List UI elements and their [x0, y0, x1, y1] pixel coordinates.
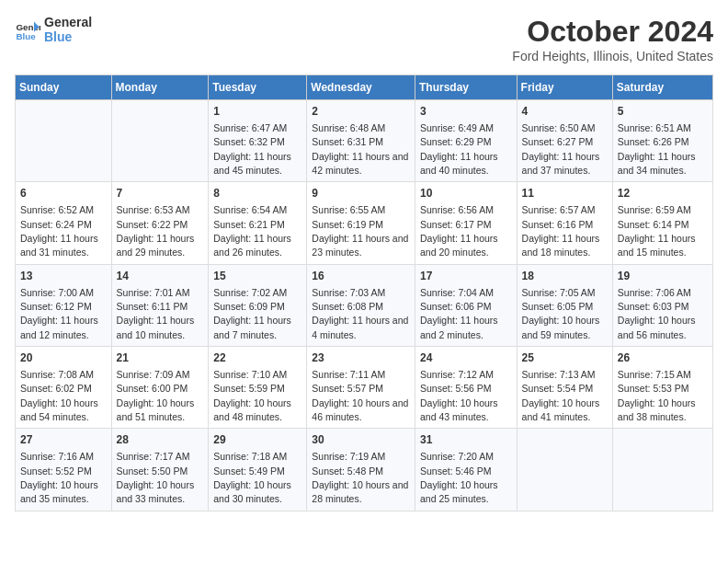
- day-number: 28: [117, 432, 204, 448]
- week-row: 20Sunrise: 7:08 AMSunset: 6:02 PMDayligh…: [16, 347, 713, 429]
- svg-text:Blue: Blue: [16, 31, 36, 41]
- day-number: 16: [312, 269, 410, 284]
- day-number: 20: [20, 350, 107, 366]
- day-number: 23: [312, 350, 410, 366]
- cell-info: Sunrise: 7:03 AMSunset: 6:08 PMDaylight:…: [312, 287, 408, 340]
- calendar-cell: [517, 429, 612, 511]
- cell-info: Sunrise: 7:08 AMSunset: 6:02 PMDaylight:…: [20, 369, 98, 422]
- day-number: 6: [20, 186, 107, 201]
- calendar-cell: 12Sunrise: 6:59 AMSunset: 6:14 PMDayligh…: [612, 182, 712, 264]
- column-header-wednesday: Wednesday: [307, 75, 415, 100]
- calendar-cell: 11Sunrise: 6:57 AMSunset: 6:16 PMDayligh…: [517, 182, 612, 264]
- cell-info: Sunrise: 7:13 AMSunset: 5:54 PMDaylight:…: [522, 369, 600, 422]
- calendar-cell: 7Sunrise: 6:53 AMSunset: 6:22 PMDaylight…: [111, 182, 209, 264]
- cell-info: Sunrise: 6:59 AMSunset: 6:14 PMDaylight:…: [618, 204, 696, 258]
- calendar-cell: [16, 100, 112, 182]
- cell-info: Sunrise: 6:50 AMSunset: 6:27 PMDaylight:…: [522, 122, 600, 176]
- cell-info: Sunrise: 7:00 AMSunset: 6:12 PMDaylight:…: [20, 287, 98, 340]
- day-number: 2: [312, 104, 410, 120]
- calendar-cell: [111, 100, 209, 182]
- logo-text: GeneralBlue: [44, 15, 92, 44]
- calendar-cell: 30Sunrise: 7:19 AMSunset: 5:48 PMDayligh…: [307, 429, 415, 511]
- logo: General Blue GeneralBlue: [15, 15, 92, 44]
- calendar-cell: 19Sunrise: 7:06 AMSunset: 6:03 PMDayligh…: [612, 264, 712, 346]
- day-number: 29: [213, 432, 301, 448]
- day-number: 27: [20, 432, 107, 448]
- calendar-cell: 9Sunrise: 6:55 AMSunset: 6:19 PMDaylight…: [307, 182, 415, 264]
- day-number: 4: [522, 104, 608, 120]
- calendar-cell: 29Sunrise: 7:18 AMSunset: 5:49 PMDayligh…: [209, 429, 307, 511]
- day-number: 15: [213, 269, 301, 284]
- cell-info: Sunrise: 7:12 AMSunset: 5:56 PMDaylight:…: [420, 369, 498, 422]
- calendar-cell: 31Sunrise: 7:20 AMSunset: 5:46 PMDayligh…: [415, 429, 517, 511]
- week-row: 6Sunrise: 6:52 AMSunset: 6:24 PMDaylight…: [16, 182, 713, 264]
- column-header-monday: Monday: [111, 75, 209, 100]
- page-header: General Blue GeneralBlue October 2024 Fo…: [15, 15, 713, 63]
- cell-info: Sunrise: 7:17 AMSunset: 5:50 PMDaylight:…: [117, 451, 195, 504]
- calendar-cell: 20Sunrise: 7:08 AMSunset: 6:02 PMDayligh…: [16, 347, 112, 429]
- day-number: 17: [420, 269, 512, 284]
- cell-info: Sunrise: 6:47 AMSunset: 6:32 PMDaylight:…: [213, 122, 291, 176]
- day-number: 8: [213, 186, 301, 201]
- calendar-cell: 24Sunrise: 7:12 AMSunset: 5:56 PMDayligh…: [415, 347, 517, 429]
- day-number: 1: [213, 104, 301, 120]
- cell-info: Sunrise: 6:57 AMSunset: 6:16 PMDaylight:…: [522, 204, 600, 258]
- cell-info: Sunrise: 6:54 AMSunset: 6:21 PMDaylight:…: [213, 204, 291, 258]
- column-header-thursday: Thursday: [415, 75, 517, 100]
- cell-info: Sunrise: 7:05 AMSunset: 6:05 PMDaylight:…: [522, 287, 600, 340]
- calendar-cell: 17Sunrise: 7:04 AMSunset: 6:06 PMDayligh…: [415, 264, 517, 346]
- header-row: SundayMondayTuesdayWednesdayThursdayFrid…: [16, 75, 713, 100]
- day-number: 10: [420, 186, 512, 201]
- day-number: 9: [312, 186, 410, 201]
- calendar-cell: 26Sunrise: 7:15 AMSunset: 5:53 PMDayligh…: [612, 347, 712, 429]
- cell-info: Sunrise: 6:52 AMSunset: 6:24 PMDaylight:…: [20, 204, 98, 258]
- day-number: 30: [312, 432, 410, 448]
- cell-info: Sunrise: 6:49 AMSunset: 6:29 PMDaylight:…: [420, 122, 498, 176]
- day-number: 24: [420, 350, 512, 366]
- calendar-cell: 21Sunrise: 7:09 AMSunset: 6:00 PMDayligh…: [111, 347, 209, 429]
- calendar-cell: [612, 429, 712, 511]
- cell-info: Sunrise: 7:09 AMSunset: 6:00 PMDaylight:…: [117, 369, 195, 422]
- cell-info: Sunrise: 6:56 AMSunset: 6:17 PMDaylight:…: [420, 204, 498, 258]
- day-number: 14: [117, 269, 204, 284]
- week-row: 13Sunrise: 7:00 AMSunset: 6:12 PMDayligh…: [16, 264, 713, 346]
- calendar-cell: 16Sunrise: 7:03 AMSunset: 6:08 PMDayligh…: [307, 264, 415, 346]
- calendar-cell: 3Sunrise: 6:49 AMSunset: 6:29 PMDaylight…: [415, 100, 517, 182]
- day-number: 13: [20, 269, 107, 284]
- calendar-cell: 27Sunrise: 7:16 AMSunset: 5:52 PMDayligh…: [16, 429, 112, 511]
- day-number: 31: [420, 432, 512, 448]
- cell-info: Sunrise: 7:06 AMSunset: 6:03 PMDaylight:…: [618, 287, 696, 340]
- cell-info: Sunrise: 7:18 AMSunset: 5:49 PMDaylight:…: [213, 451, 291, 504]
- week-row: 1Sunrise: 6:47 AMSunset: 6:32 PMDaylight…: [16, 100, 713, 182]
- cell-info: Sunrise: 7:02 AMSunset: 6:09 PMDaylight:…: [213, 287, 291, 340]
- calendar-cell: 23Sunrise: 7:11 AMSunset: 5:57 PMDayligh…: [307, 347, 415, 429]
- calendar-header: SundayMondayTuesdayWednesdayThursdayFrid…: [16, 75, 713, 100]
- cell-info: Sunrise: 7:16 AMSunset: 5:52 PMDaylight:…: [20, 451, 98, 504]
- day-number: 21: [117, 350, 204, 366]
- cell-info: Sunrise: 6:53 AMSunset: 6:22 PMDaylight:…: [117, 204, 195, 258]
- calendar-cell: 22Sunrise: 7:10 AMSunset: 5:59 PMDayligh…: [209, 347, 307, 429]
- week-row: 27Sunrise: 7:16 AMSunset: 5:52 PMDayligh…: [16, 429, 713, 511]
- cell-info: Sunrise: 7:19 AMSunset: 5:48 PMDaylight:…: [312, 451, 408, 504]
- calendar-cell: 5Sunrise: 6:51 AMSunset: 6:26 PMDaylight…: [612, 100, 712, 182]
- page-title: October 2024: [512, 15, 713, 49]
- title-block: October 2024 Ford Heights, Illinois, Uni…: [512, 15, 713, 63]
- cell-info: Sunrise: 7:04 AMSunset: 6:06 PMDaylight:…: [420, 287, 498, 340]
- calendar-body: 1Sunrise: 6:47 AMSunset: 6:32 PMDaylight…: [16, 100, 713, 511]
- day-number: 3: [420, 104, 512, 120]
- calendar-cell: 2Sunrise: 6:48 AMSunset: 6:31 PMDaylight…: [307, 100, 415, 182]
- cell-info: Sunrise: 7:10 AMSunset: 5:59 PMDaylight:…: [213, 369, 291, 422]
- day-number: 26: [618, 350, 708, 366]
- calendar-cell: 15Sunrise: 7:02 AMSunset: 6:09 PMDayligh…: [209, 264, 307, 346]
- calendar-cell: 8Sunrise: 6:54 AMSunset: 6:21 PMDaylight…: [209, 182, 307, 264]
- day-number: 5: [618, 104, 708, 120]
- day-number: 19: [618, 269, 708, 284]
- day-number: 11: [522, 186, 608, 201]
- cell-info: Sunrise: 6:51 AMSunset: 6:26 PMDaylight:…: [618, 122, 696, 176]
- day-number: 25: [522, 350, 608, 366]
- calendar-cell: 14Sunrise: 7:01 AMSunset: 6:11 PMDayligh…: [111, 264, 209, 346]
- calendar-cell: 18Sunrise: 7:05 AMSunset: 6:05 PMDayligh…: [517, 264, 612, 346]
- column-header-tuesday: Tuesday: [209, 75, 307, 100]
- calendar-cell: 13Sunrise: 7:00 AMSunset: 6:12 PMDayligh…: [16, 264, 112, 346]
- column-header-saturday: Saturday: [612, 75, 712, 100]
